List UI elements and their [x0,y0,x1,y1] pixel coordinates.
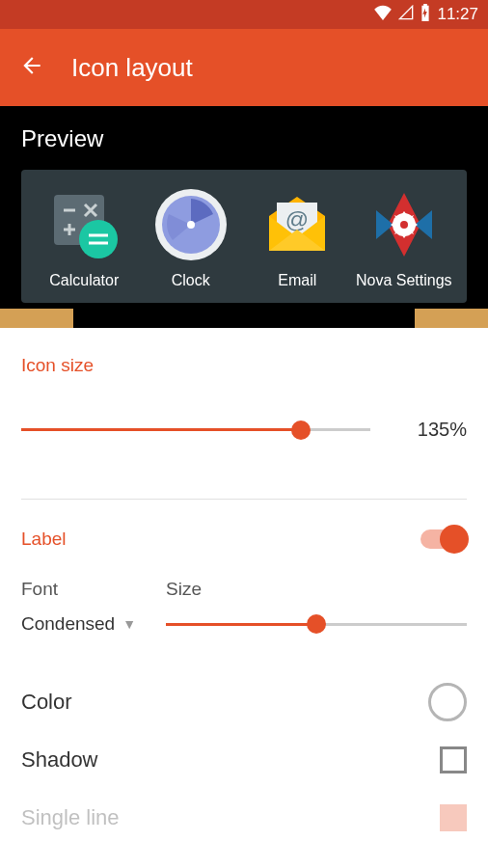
color-label: Color [21,690,72,715]
nova-settings-icon [366,187,442,262]
settings-list: Icon size 135% Label Font Size Condensed… [0,328,488,847]
battery-icon [420,4,431,26]
color-row[interactable]: Color [21,673,467,731]
single-line-label: Single line [21,805,120,830]
app-item-email[interactable]: @ Email [244,187,350,289]
shadow-checkbox[interactable] [440,746,467,773]
single-line-checkbox[interactable] [440,804,467,831]
app-item-clock[interactable]: Clock [138,187,244,289]
app-item-nova-settings[interactable]: Nova Settings [351,187,457,289]
svg-point-13 [400,221,408,229]
svg-point-4 [79,220,118,258]
page-title: Icon layout [71,53,193,83]
status-bar: 11:27 [0,0,488,29]
divider [21,499,467,500]
cell-signal-icon [398,5,414,25]
label-heading: Label [21,529,67,550]
chevron-down-icon: ▼ [122,616,136,632]
icon-size-row: 135% [21,419,467,441]
app-bar: Icon layout [0,29,488,106]
app-label: Nova Settings [356,272,452,289]
font-dropdown[interactable]: Condensed ▼ [21,613,166,635]
app-item-calculator[interactable]: Calculator [31,187,137,289]
label-size-slider[interactable] [166,623,467,626]
back-button[interactable] [19,53,44,82]
preview-heading: Preview [21,125,467,152]
shadow-row[interactable]: Shadow [21,731,467,789]
preview-panel: Calculator Clock @ [21,170,467,303]
app-label: Calculator [49,272,119,289]
label-toggle[interactable] [420,529,467,549]
wifi-icon [373,5,393,25]
svg-point-9 [187,221,195,229]
status-time: 11:27 [437,5,478,24]
single-line-row[interactable]: Single line [21,789,467,847]
email-icon: @ [259,187,335,262]
font-value: Condensed [21,613,115,635]
calculator-icon [46,187,122,262]
icon-size-heading: Icon size [21,355,467,376]
shadow-label: Shadow [21,747,98,773]
color-swatch[interactable] [428,683,467,721]
size-column-header: Size [166,579,202,600]
app-label: Email [278,272,316,289]
font-column-header: Font [21,579,166,600]
svg-text:@: @ [285,206,309,232]
clock-icon [153,187,229,262]
app-label: Clock [172,272,210,289]
preview-section: Preview Calculator [0,106,488,328]
icon-size-slider[interactable] [21,428,370,431]
icon-size-value: 135% [390,419,467,441]
